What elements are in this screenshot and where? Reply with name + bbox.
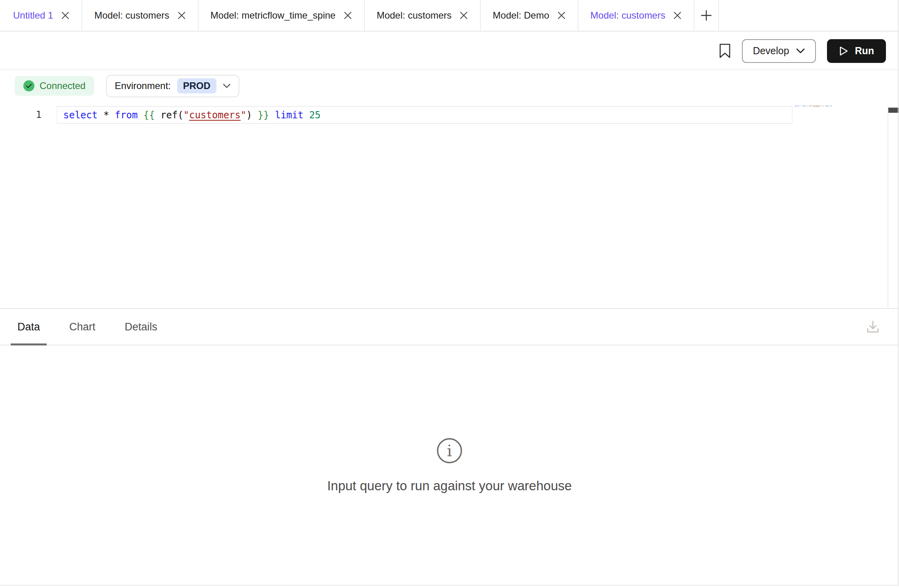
- window-right-edge: [898, 0, 899, 585]
- environment-value-chip: PROD: [177, 78, 216, 93]
- code-token: 25: [309, 110, 321, 121]
- tab-label: Model: Demo: [493, 10, 549, 21]
- code-token: limit: [275, 110, 303, 121]
- empty-state-message: Input query to run against your warehous…: [327, 478, 572, 493]
- minimap-code-line: select * from {{ ref("customers") }} lim…: [795, 105, 832, 107]
- develop-button[interactable]: Develop: [742, 39, 816, 63]
- code-token: }}: [258, 110, 269, 121]
- code-token: ref: [161, 110, 178, 121]
- code-token: from: [802, 105, 805, 107]
- code-ref-link[interactable]: customers: [813, 105, 820, 107]
- plus-icon: [700, 9, 713, 22]
- bookmark-icon: [719, 44, 731, 59]
- editor-scrollbar-thumb[interactable]: [888, 108, 899, 113]
- chevron-down-icon: [223, 83, 231, 89]
- editor-scrollbar[interactable]: [888, 106, 899, 308]
- run-button-label: Run: [855, 45, 874, 57]
- close-icon[interactable]: [557, 11, 566, 20]
- tab-0[interactable]: Untitled 1: [0, 0, 82, 31]
- results-panel: i Input query to run against your wareho…: [0, 345, 899, 585]
- toolbar: Develop Run: [0, 32, 899, 70]
- editor-current-line[interactable]: select * from {{ ref("customers") }} lim…: [57, 106, 793, 124]
- code-token: from: [115, 110, 138, 121]
- code-token: [98, 110, 103, 121]
- svg-text:i: i: [447, 442, 452, 460]
- results-tab-bar: Data Chart Details: [0, 308, 899, 345]
- code-token: [252, 110, 258, 121]
- close-icon[interactable]: [61, 11, 70, 20]
- tab-label: Untitled 1: [13, 10, 53, 21]
- editor-minimap[interactable]: select * from {{ ref("customers") }} lim…: [795, 105, 890, 113]
- code-token: [138, 110, 143, 121]
- tab-details[interactable]: Details: [122, 309, 160, 345]
- tab-5[interactable]: Model: customers: [578, 0, 694, 31]
- connection-status-badge: Connected: [15, 76, 94, 96]
- status-bar: Connected Environment: PROD: [0, 71, 899, 101]
- close-icon[interactable]: [459, 11, 468, 20]
- bottom-divider: [0, 585, 899, 586]
- code-token: (: [178, 110, 183, 121]
- code-token: *: [103, 110, 109, 121]
- code-token: select: [795, 105, 800, 107]
- play-icon: [839, 46, 848, 56]
- download-icon: [865, 319, 881, 335]
- develop-button-label: Develop: [753, 45, 789, 57]
- close-icon[interactable]: [343, 11, 352, 20]
- environment-label: Environment:: [115, 80, 171, 91]
- code-line: select * from {{ ref("customers") }} lim…: [63, 110, 321, 121]
- code-token: 25: [830, 105, 832, 107]
- code-token: {{: [143, 110, 155, 121]
- new-tab-button[interactable]: [694, 0, 719, 31]
- editor-tab-bar: Untitled 1Model: customersModel: metricf…: [0, 0, 899, 32]
- check-icon: [23, 80, 34, 91]
- code-token: ": [183, 110, 189, 121]
- code-token: ): [246, 110, 252, 121]
- tab-label: Model: customers: [94, 10, 169, 21]
- environment-selector[interactable]: Environment: PROD: [106, 75, 239, 97]
- code-token: [155, 110, 160, 121]
- sql-editor[interactable]: 1 select * from {{ ref("customers") }} l…: [0, 101, 899, 308]
- tab-4[interactable]: Model: Demo: [481, 0, 578, 31]
- bookmark-button[interactable]: [719, 44, 731, 59]
- close-icon[interactable]: [673, 11, 682, 20]
- code-token: select: [63, 110, 98, 121]
- code-token: ": [241, 110, 246, 121]
- tab-label: Model: customers: [377, 10, 451, 21]
- tab-data[interactable]: Data: [15, 309, 42, 345]
- connection-status-label: Connected: [40, 80, 85, 91]
- run-button[interactable]: Run: [827, 39, 886, 63]
- code-ref-link[interactable]: customers: [189, 110, 241, 121]
- code-token: [109, 110, 115, 121]
- tab-label: Model: metricflow_time_spine: [211, 10, 336, 21]
- chevron-down-icon: [796, 48, 805, 54]
- tab-2[interactable]: Model: metricflow_time_spine: [199, 0, 365, 31]
- code-token: limit: [825, 105, 829, 107]
- code-token: [303, 110, 309, 121]
- tab-strip: Untitled 1Model: customersModel: metricf…: [0, 0, 694, 31]
- line-number: 1: [0, 106, 42, 124]
- close-icon[interactable]: [177, 11, 186, 20]
- tab-1[interactable]: Model: customers: [82, 0, 198, 31]
- code-token: [269, 110, 275, 121]
- tab-chart[interactable]: Chart: [67, 309, 98, 345]
- download-results-button[interactable]: [865, 319, 881, 335]
- tab-3[interactable]: Model: customers: [365, 0, 481, 31]
- info-icon: i: [436, 437, 463, 464]
- tab-label: Model: customers: [590, 10, 665, 21]
